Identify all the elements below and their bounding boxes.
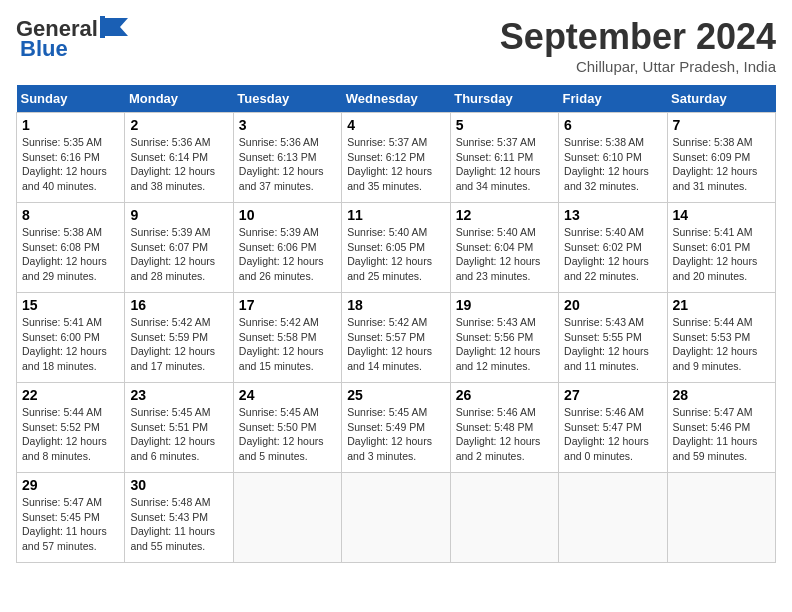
day-number: 5 [456, 117, 553, 133]
calendar-cell: 25Sunrise: 5:45 AMSunset: 5:49 PMDayligh… [342, 383, 450, 473]
calendar-cell: 4Sunrise: 5:37 AMSunset: 6:12 PMDaylight… [342, 113, 450, 203]
calendar-cell: 14Sunrise: 5:41 AMSunset: 6:01 PMDayligh… [667, 203, 775, 293]
day-number: 4 [347, 117, 444, 133]
calendar-cell: 27Sunrise: 5:46 AMSunset: 5:47 PMDayligh… [559, 383, 667, 473]
calendar-week-5: 29Sunrise: 5:47 AMSunset: 5:45 PMDayligh… [17, 473, 776, 563]
calendar-cell [667, 473, 775, 563]
title-block: September 2024 Chillupar, Uttar Pradesh,… [500, 16, 776, 75]
day-number: 11 [347, 207, 444, 223]
calendar-cell: 26Sunrise: 5:46 AMSunset: 5:48 PMDayligh… [450, 383, 558, 473]
calendar-cell: 24Sunrise: 5:45 AMSunset: 5:50 PMDayligh… [233, 383, 341, 473]
col-header-monday: Monday [125, 85, 233, 113]
calendar-cell [450, 473, 558, 563]
day-number: 16 [130, 297, 227, 313]
calendar-cell: 13Sunrise: 5:40 AMSunset: 6:02 PMDayligh… [559, 203, 667, 293]
col-header-sunday: Sunday [17, 85, 125, 113]
day-number: 30 [130, 477, 227, 493]
day-info: Sunrise: 5:36 AMSunset: 6:13 PMDaylight:… [239, 135, 336, 194]
calendar-cell: 20Sunrise: 5:43 AMSunset: 5:55 PMDayligh… [559, 293, 667, 383]
calendar-cell: 30Sunrise: 5:48 AMSunset: 5:43 PMDayligh… [125, 473, 233, 563]
day-info: Sunrise: 5:37 AMSunset: 6:12 PMDaylight:… [347, 135, 444, 194]
day-info: Sunrise: 5:38 AMSunset: 6:09 PMDaylight:… [673, 135, 770, 194]
calendar-cell: 9Sunrise: 5:39 AMSunset: 6:07 PMDaylight… [125, 203, 233, 293]
calendar-cell [233, 473, 341, 563]
page-header: General Blue September 2024 Chillupar, U… [16, 16, 776, 75]
day-info: Sunrise: 5:40 AMSunset: 6:02 PMDaylight:… [564, 225, 661, 284]
day-number: 28 [673, 387, 770, 403]
day-info: Sunrise: 5:45 AMSunset: 5:49 PMDaylight:… [347, 405, 444, 464]
day-info: Sunrise: 5:46 AMSunset: 5:47 PMDaylight:… [564, 405, 661, 464]
svg-marker-0 [104, 18, 128, 36]
day-number: 23 [130, 387, 227, 403]
col-header-saturday: Saturday [667, 85, 775, 113]
day-number: 18 [347, 297, 444, 313]
calendar-week-4: 22Sunrise: 5:44 AMSunset: 5:52 PMDayligh… [17, 383, 776, 473]
day-number: 15 [22, 297, 119, 313]
location: Chillupar, Uttar Pradesh, India [500, 58, 776, 75]
day-number: 17 [239, 297, 336, 313]
calendar-cell: 5Sunrise: 5:37 AMSunset: 6:11 PMDaylight… [450, 113, 558, 203]
calendar-cell: 21Sunrise: 5:44 AMSunset: 5:53 PMDayligh… [667, 293, 775, 383]
day-number: 21 [673, 297, 770, 313]
day-info: Sunrise: 5:42 AMSunset: 5:57 PMDaylight:… [347, 315, 444, 374]
calendar-week-3: 15Sunrise: 5:41 AMSunset: 6:00 PMDayligh… [17, 293, 776, 383]
col-header-thursday: Thursday [450, 85, 558, 113]
day-info: Sunrise: 5:39 AMSunset: 6:07 PMDaylight:… [130, 225, 227, 284]
day-info: Sunrise: 5:47 AMSunset: 5:45 PMDaylight:… [22, 495, 119, 554]
day-info: Sunrise: 5:48 AMSunset: 5:43 PMDaylight:… [130, 495, 227, 554]
calendar-cell: 15Sunrise: 5:41 AMSunset: 6:00 PMDayligh… [17, 293, 125, 383]
day-info: Sunrise: 5:35 AMSunset: 6:16 PMDaylight:… [22, 135, 119, 194]
month-title: September 2024 [500, 16, 776, 58]
calendar-cell: 12Sunrise: 5:40 AMSunset: 6:04 PMDayligh… [450, 203, 558, 293]
day-info: Sunrise: 5:46 AMSunset: 5:48 PMDaylight:… [456, 405, 553, 464]
calendar-cell: 6Sunrise: 5:38 AMSunset: 6:10 PMDaylight… [559, 113, 667, 203]
day-info: Sunrise: 5:47 AMSunset: 5:46 PMDaylight:… [673, 405, 770, 464]
day-info: Sunrise: 5:42 AMSunset: 5:58 PMDaylight:… [239, 315, 336, 374]
day-number: 20 [564, 297, 661, 313]
day-number: 8 [22, 207, 119, 223]
col-header-friday: Friday [559, 85, 667, 113]
day-number: 19 [456, 297, 553, 313]
day-number: 24 [239, 387, 336, 403]
day-number: 6 [564, 117, 661, 133]
day-number: 25 [347, 387, 444, 403]
calendar-cell: 16Sunrise: 5:42 AMSunset: 5:59 PMDayligh… [125, 293, 233, 383]
day-number: 1 [22, 117, 119, 133]
day-number: 9 [130, 207, 227, 223]
calendar-week-2: 8Sunrise: 5:38 AMSunset: 6:08 PMDaylight… [17, 203, 776, 293]
col-header-tuesday: Tuesday [233, 85, 341, 113]
col-header-wednesday: Wednesday [342, 85, 450, 113]
day-info: Sunrise: 5:44 AMSunset: 5:53 PMDaylight:… [673, 315, 770, 374]
day-info: Sunrise: 5:44 AMSunset: 5:52 PMDaylight:… [22, 405, 119, 464]
day-number: 29 [22, 477, 119, 493]
day-info: Sunrise: 5:43 AMSunset: 5:56 PMDaylight:… [456, 315, 553, 374]
day-info: Sunrise: 5:40 AMSunset: 6:04 PMDaylight:… [456, 225, 553, 284]
calendar-week-1: 1Sunrise: 5:35 AMSunset: 6:16 PMDaylight… [17, 113, 776, 203]
calendar-cell: 22Sunrise: 5:44 AMSunset: 5:52 PMDayligh… [17, 383, 125, 473]
day-number: 10 [239, 207, 336, 223]
calendar-cell: 3Sunrise: 5:36 AMSunset: 6:13 PMDaylight… [233, 113, 341, 203]
logo-blue: Blue [20, 36, 68, 62]
day-info: Sunrise: 5:37 AMSunset: 6:11 PMDaylight:… [456, 135, 553, 194]
day-number: 26 [456, 387, 553, 403]
calendar-cell: 17Sunrise: 5:42 AMSunset: 5:58 PMDayligh… [233, 293, 341, 383]
day-info: Sunrise: 5:43 AMSunset: 5:55 PMDaylight:… [564, 315, 661, 374]
day-info: Sunrise: 5:36 AMSunset: 6:14 PMDaylight:… [130, 135, 227, 194]
day-number: 12 [456, 207, 553, 223]
day-number: 3 [239, 117, 336, 133]
calendar-cell: 7Sunrise: 5:38 AMSunset: 6:09 PMDaylight… [667, 113, 775, 203]
calendar-cell [342, 473, 450, 563]
calendar-table: SundayMondayTuesdayWednesdayThursdayFrid… [16, 85, 776, 563]
day-number: 22 [22, 387, 119, 403]
day-number: 7 [673, 117, 770, 133]
day-info: Sunrise: 5:41 AMSunset: 6:00 PMDaylight:… [22, 315, 119, 374]
calendar-body: 1Sunrise: 5:35 AMSunset: 6:16 PMDaylight… [17, 113, 776, 563]
calendar-cell: 18Sunrise: 5:42 AMSunset: 5:57 PMDayligh… [342, 293, 450, 383]
day-info: Sunrise: 5:41 AMSunset: 6:01 PMDaylight:… [673, 225, 770, 284]
day-number: 27 [564, 387, 661, 403]
day-info: Sunrise: 5:40 AMSunset: 6:05 PMDaylight:… [347, 225, 444, 284]
day-number: 13 [564, 207, 661, 223]
day-info: Sunrise: 5:39 AMSunset: 6:06 PMDaylight:… [239, 225, 336, 284]
logo: General Blue [16, 16, 128, 62]
calendar-cell: 23Sunrise: 5:45 AMSunset: 5:51 PMDayligh… [125, 383, 233, 473]
